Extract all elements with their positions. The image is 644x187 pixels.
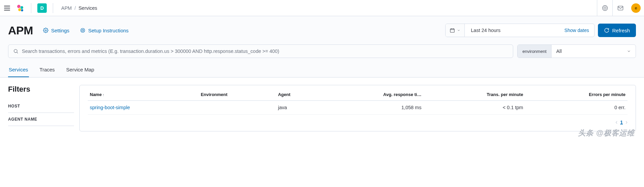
environment-select[interactable]: All — [552, 45, 636, 58]
col-agent[interactable]: Agent — [276, 88, 317, 101]
svg-point-0 — [17, 5, 21, 8]
refresh-button[interactable]: Refresh — [598, 24, 636, 37]
prev-page-button[interactable]: ‹ — [615, 119, 617, 126]
show-dates-button[interactable]: Show dates — [559, 28, 594, 33]
tab-service-map[interactable]: Service Map — [66, 62, 95, 77]
page-title: APM — [8, 24, 33, 37]
date-picker: Last 24 hours Show dates — [445, 24, 595, 37]
svg-point-4 — [602, 5, 607, 10]
tab-services[interactable]: Services — [8, 62, 29, 77]
global-header: D APM / Services e — [0, 0, 644, 16]
search-input[interactable] — [22, 49, 508, 54]
pagination: ‹ 1 › — [88, 115, 628, 126]
filters-sidebar: Filters HOST AGENT NAME — [8, 85, 74, 131]
setup-instructions-label: Setup Instructions — [88, 28, 128, 33]
user-avatar[interactable]: e — [631, 3, 641, 13]
cell-avg-response: 1,058 ms — [317, 101, 423, 115]
calendar-icon — [450, 28, 455, 33]
services-table: Name↑ Environment Agent Avg. response ti… — [88, 88, 628, 115]
breadcrumb-services: Services — [78, 5, 97, 11]
space-selector[interactable]: D — [37, 3, 47, 13]
page-body: Filters HOST AGENT NAME Name↑ Environmen… — [0, 77, 644, 139]
tab-traces[interactable]: Traces — [39, 62, 55, 77]
date-range-text[interactable]: Last 24 hours — [465, 28, 559, 33]
breadcrumb-apm[interactable]: APM — [61, 5, 72, 11]
chevron-down-icon — [457, 29, 460, 32]
elastic-logo[interactable] — [15, 3, 25, 13]
svg-point-1 — [21, 6, 23, 9]
svg-point-3 — [21, 9, 23, 11]
next-page-button[interactable]: › — [626, 119, 628, 126]
cell-tpm: < 0.1 tpm — [423, 101, 525, 115]
search-bar[interactable] — [8, 44, 513, 58]
svg-rect-10 — [450, 29, 454, 32]
environment-value: All — [556, 49, 562, 54]
nav-toggle-button[interactable] — [3, 4, 11, 12]
cell-epm: 0 err. — [525, 101, 628, 115]
svg-point-7 — [45, 30, 46, 31]
gear-icon — [43, 28, 48, 33]
page-header: APM Settings Setup Instructions Last 24 … — [0, 16, 644, 62]
col-tpm[interactable]: Trans. per minute — [423, 88, 525, 101]
settings-label: Settings — [51, 28, 69, 33]
search-icon — [13, 49, 18, 54]
chevron-down-icon — [627, 49, 631, 53]
tab-bar: Services Traces Service Map — [0, 62, 644, 77]
environment-filter: environment All — [517, 44, 636, 58]
svg-rect-6 — [618, 6, 623, 10]
svg-point-2 — [18, 8, 21, 11]
cell-agent: java — [276, 101, 317, 115]
refresh-label: Refresh — [612, 28, 630, 33]
separator — [53, 3, 53, 13]
col-avg-response[interactable]: Avg. response ti… — [317, 88, 423, 101]
services-panel: Name↑ Environment Agent Avg. response ti… — [79, 85, 636, 131]
setup-icon — [80, 28, 85, 33]
refresh-icon — [604, 28, 609, 33]
setup-instructions-link[interactable]: Setup Instructions — [80, 28, 128, 33]
sort-asc-icon: ↑ — [102, 93, 104, 97]
filter-agent-name[interactable]: AGENT NAME — [8, 113, 74, 126]
svg-point-11 — [14, 50, 17, 53]
breadcrumb-separator: / — [74, 5, 76, 11]
svg-point-9 — [81, 28, 85, 32]
newsfeed-button[interactable] — [597, 0, 612, 16]
service-link[interactable]: spring-boot-simple — [90, 105, 130, 110]
col-epm[interactable]: Errors per minute — [525, 88, 628, 101]
filters-title: Filters — [8, 85, 74, 94]
col-environment[interactable]: Environment — [199, 88, 276, 101]
svg-point-8 — [82, 29, 84, 31]
settings-link[interactable]: Settings — [43, 28, 69, 33]
filter-host[interactable]: HOST — [8, 100, 74, 113]
mail-button[interactable] — [612, 0, 628, 16]
breadcrumb: APM / Services — [61, 5, 97, 11]
table-row: spring-boot-simple java 1,058 ms < 0.1 t… — [88, 101, 628, 115]
svg-point-5 — [604, 7, 606, 9]
date-quick-select-button[interactable] — [446, 24, 465, 37]
separator — [31, 3, 31, 13]
cell-environment — [199, 101, 276, 115]
col-name[interactable]: Name↑ — [88, 88, 199, 101]
environment-prepend-label: environment — [518, 45, 552, 58]
page-number[interactable]: 1 — [620, 120, 623, 125]
